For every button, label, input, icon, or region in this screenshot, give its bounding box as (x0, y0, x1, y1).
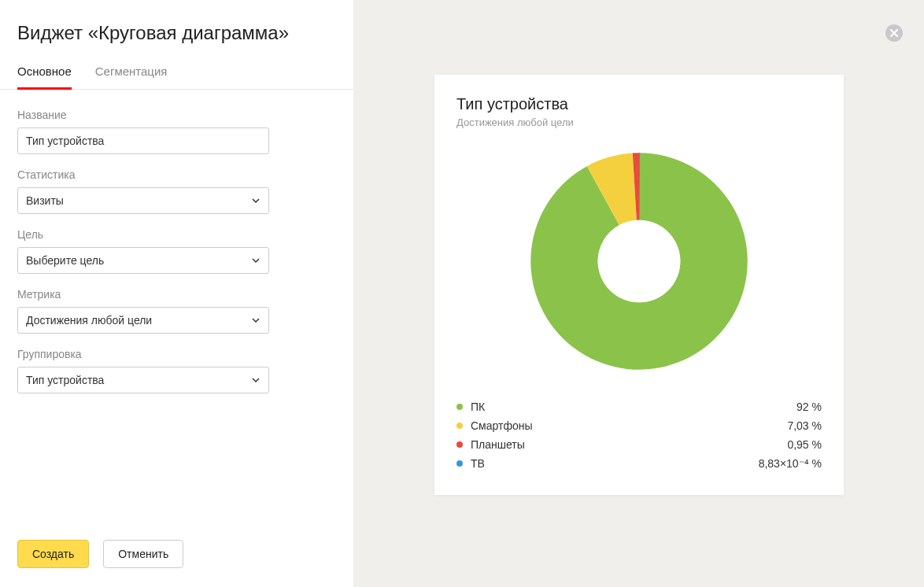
chevron-down-icon (251, 196, 261, 205)
donut-hole (598, 220, 681, 303)
statistics-value: Визиты (26, 194, 64, 207)
metric-value: Достижения любой цели (26, 314, 152, 327)
grouping-select[interactable]: Тип устройства (17, 367, 269, 393)
legend-dot-icon (456, 460, 463, 467)
legend-label: Планшеты (471, 438, 787, 451)
legend-label: Смартфоны (471, 419, 787, 432)
chevron-down-icon (251, 375, 261, 385)
field-metric-label: Метрика (17, 288, 336, 301)
tab-main[interactable]: Основное (17, 65, 72, 89)
field-metric: Метрика Достижения любой цели (17, 288, 336, 334)
name-input[interactable] (17, 127, 269, 154)
field-goal-label: Цель (17, 228, 336, 241)
footer-actions: Создать Отменить (17, 540, 183, 568)
legend-dot-icon (456, 404, 463, 410)
card-subtitle: Достижения любой цели (456, 116, 822, 128)
legend-row: Планшеты0,95 % (456, 435, 822, 454)
grouping-value: Тип устройства (26, 374, 104, 386)
goal-value: Выберите цель (26, 254, 104, 267)
settings-sidebar: Виджет «Круговая диаграмма» Основное Сег… (0, 0, 354, 587)
tab-segmentation[interactable]: Сегментация (95, 65, 168, 89)
legend-row: ТВ8,83×10⁻⁴ % (456, 454, 822, 473)
chevron-down-icon (251, 316, 261, 325)
field-goal: Цель Выберите цель (17, 228, 336, 274)
legend: ПК92 %Смартфоны7,03 %Планшеты0,95 %ТВ8,8… (456, 397, 822, 473)
statistics-select[interactable]: Визиты (17, 187, 269, 214)
field-name: Название (17, 109, 336, 154)
page-title: Виджет «Круговая диаграмма» (17, 22, 336, 44)
donut-chart (456, 147, 822, 375)
field-name-label: Название (17, 109, 336, 121)
field-statistics: Статистика Визиты (17, 168, 336, 214)
legend-value: 92 % (796, 401, 822, 413)
legend-dot-icon (456, 441, 463, 448)
legend-row: Смартфоны7,03 % (456, 416, 822, 435)
legend-dot-icon (456, 423, 463, 429)
field-statistics-label: Статистика (17, 168, 336, 181)
close-button[interactable] (885, 24, 904, 42)
tabs: Основное Сегментация (0, 65, 353, 90)
field-grouping: Группировка Тип устройства (17, 348, 336, 393)
cancel-button[interactable]: Отменить (103, 540, 183, 568)
create-button[interactable]: Создать (17, 540, 89, 568)
legend-value: 0,95 % (787, 438, 822, 451)
legend-value: 8,83×10⁻⁴ % (759, 457, 822, 470)
preview-card: Тип устройства Достижения любой цели ПК9… (434, 75, 844, 495)
field-grouping-label: Группировка (17, 348, 336, 360)
legend-label: ПК (471, 401, 796, 413)
preview-area: Тип устройства Достижения любой цели ПК9… (354, 0, 924, 587)
chevron-down-icon (251, 256, 261, 265)
legend-row: ПК92 % (456, 397, 822, 416)
goal-select[interactable]: Выберите цель (17, 247, 269, 274)
metric-select[interactable]: Достижения любой цели (17, 307, 269, 334)
legend-value: 7,03 % (787, 419, 822, 432)
legend-label: ТВ (471, 457, 759, 470)
card-title: Тип устройства (456, 95, 822, 113)
